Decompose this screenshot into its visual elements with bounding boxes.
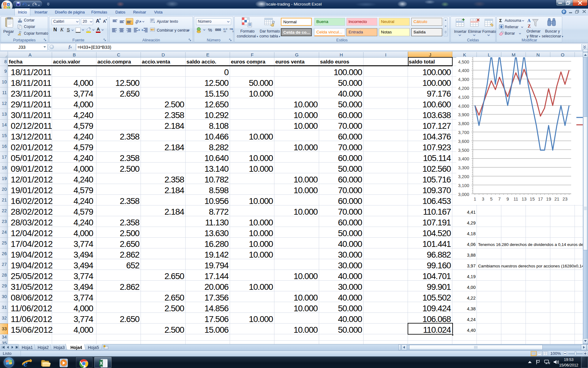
svg-text:Z: Z xyxy=(528,24,531,29)
svg-text:4,500: 4,500 xyxy=(458,59,469,64)
svg-text:0: 0 xyxy=(232,30,234,33)
svg-text:A: A xyxy=(527,18,531,23)
svg-text:11: 11 xyxy=(514,197,518,201)
svg-text:19: 19 xyxy=(546,197,551,201)
svg-text:00: 00 xyxy=(224,30,226,33)
svg-text:3,400: 3,400 xyxy=(458,156,469,161)
svg-text:00: 00 xyxy=(230,28,232,30)
svg-text:4,400: 4,400 xyxy=(458,68,469,73)
svg-text:4,000: 4,000 xyxy=(458,104,469,109)
svg-text:3,000: 3,000 xyxy=(458,192,469,197)
svg-text:4,200: 4,200 xyxy=(458,86,469,91)
svg-text:3,700: 3,700 xyxy=(458,130,469,135)
svg-text:15: 15 xyxy=(530,197,535,201)
svg-text:1: 1 xyxy=(474,197,476,201)
svg-text:23: 23 xyxy=(563,197,567,201)
svg-text:4,100: 4,100 xyxy=(458,95,469,100)
svg-text:0: 0 xyxy=(226,28,227,30)
svg-text:3: 3 xyxy=(482,197,484,201)
svg-text:17: 17 xyxy=(538,197,543,201)
svg-text:13: 13 xyxy=(522,197,526,201)
svg-text:3,500: 3,500 xyxy=(458,148,469,153)
svg-text:5: 5 xyxy=(490,197,492,201)
svg-text:3,900: 3,900 xyxy=(458,112,469,117)
svg-text:9: 9 xyxy=(507,197,509,201)
svg-text:3,100: 3,100 xyxy=(458,183,469,188)
svg-text:21: 21 xyxy=(554,197,559,201)
svg-text:ab: ab xyxy=(135,18,140,25)
svg-text:3,800: 3,800 xyxy=(458,121,469,126)
svg-text:3,600: 3,600 xyxy=(458,139,469,144)
svg-text:7: 7 xyxy=(498,197,501,201)
svg-text:3,300: 3,300 xyxy=(458,165,469,170)
svg-text:3,200: 3,200 xyxy=(458,174,469,179)
svg-text:4,300: 4,300 xyxy=(458,77,469,82)
